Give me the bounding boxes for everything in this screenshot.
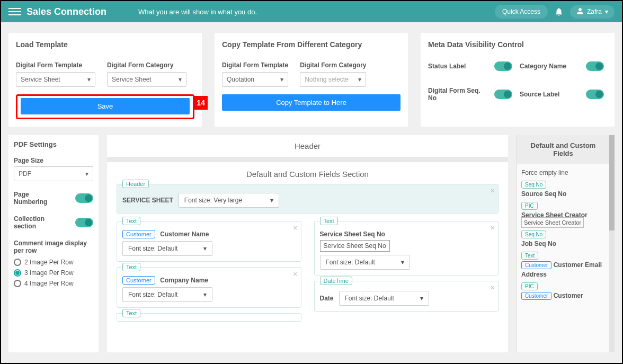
builder: Header Default and Custom Fields Section…	[107, 135, 508, 352]
copy-template-label: Digital Form Template	[222, 61, 288, 69]
quick-access-button[interactable]: Quick Access	[495, 5, 548, 19]
scrollbar-thumb[interactable]	[609, 135, 615, 230]
meta-label-3: Source Label	[520, 91, 582, 98]
field-label: Company Name	[160, 277, 208, 284]
user-name: Zafra	[587, 8, 602, 15]
save-highlight: Save 14	[16, 94, 194, 119]
load-category-select[interactable]: Service Sheet▾	[107, 72, 186, 87]
copy-button[interactable]: Copy Template to Here	[222, 94, 400, 111]
close-icon[interactable]: ×	[491, 283, 495, 292]
user-menu[interactable]: Zafra ▾	[570, 5, 615, 19]
builder-section-title: Default and Custom Fields Section	[117, 170, 499, 179]
pill-header: Header	[122, 180, 149, 188]
meta-label-0: Status Label	[428, 63, 490, 70]
caret-icon: ▾	[358, 76, 361, 83]
close-icon[interactable]: ×	[293, 224, 297, 232]
pill-text: Text	[122, 309, 140, 317]
copy-template-title: Copy Template From Different Category	[222, 40, 400, 49]
pill-text: Text	[320, 217, 338, 225]
field-block-seq-no[interactable]: Text × Service Sheet Seq No Service Shee…	[314, 221, 499, 276]
collection-label: Collection section	[14, 215, 61, 230]
toggle-collection[interactable]	[75, 218, 93, 227]
toggle-status-label[interactable]	[494, 61, 512, 71]
bell-icon[interactable]	[554, 7, 564, 16]
pill-datetime: DateTime	[320, 277, 352, 285]
toggle-seq-no[interactable]	[494, 90, 512, 99]
caret-icon: ▾	[420, 295, 423, 302]
field-label: Customer Name	[160, 230, 209, 238]
load-template-label: Digital Form Template	[16, 61, 95, 69]
meta-label-2: Digital Form Seq. No	[428, 87, 490, 102]
load-category-label: Digital Form Category	[107, 61, 186, 69]
font-select[interactable]: Font size: Default▾	[320, 255, 410, 270]
load-template-select[interactable]: Service Sheet▾	[16, 72, 95, 87]
field-block-date[interactable]: DateTime × Date Font size: Default▾	[314, 281, 499, 312]
step-tag: 14	[194, 96, 208, 110]
close-icon[interactable]: ×	[293, 270, 297, 278]
palette-item[interactable]: Text Customer Customer Email Address	[521, 250, 605, 280]
radio-3-per-row[interactable]: 3 Image Per Row	[14, 269, 93, 277]
pdf-settings-card: PDF Settings Page Size PDF▾ Page Numberi…	[8, 135, 99, 352]
caret-icon: ▾	[179, 76, 182, 83]
subpill-customer: Customer	[122, 276, 155, 285]
field-label: Date	[320, 295, 334, 302]
field-block-customer-name[interactable]: Text × Customer Customer Name Font size:…	[117, 221, 301, 262]
page-size-label: Page Size	[14, 157, 93, 164]
header-font-select[interactable]: Font size: Very large▾	[179, 193, 279, 208]
pdf-settings-title: PDF Settings	[14, 140, 93, 148]
header-block[interactable]: Header × SERVICE SHEET Font size: Very l…	[117, 184, 499, 214]
meta-title: Meta Data Visibility Control	[428, 40, 607, 49]
palette-item[interactable]: Force empty line	[521, 167, 605, 179]
palette-item[interactable]: PIC Customer Customer	[521, 280, 605, 304]
toggle-source-label[interactable]	[586, 90, 604, 99]
radio-2-per-row[interactable]: 2 Image Per Row	[14, 259, 93, 266]
palette-title: Default and Custom Fields	[517, 135, 609, 164]
tagline: What you are will show in what you do.	[138, 8, 257, 16]
field-label: Service Sheet Seq No	[320, 230, 385, 238]
brand: Sales Connection	[26, 6, 106, 17]
caret-icon: ▾	[270, 197, 273, 204]
fields-palette: Default and Custom Fields Force empty li…	[517, 135, 609, 352]
field-block-company-name[interactable]: Text × Customer Company Name Font size: …	[117, 267, 301, 308]
font-select[interactable]: Font size: Default▾	[122, 241, 212, 256]
header-block-label: SERVICE SHEET	[122, 197, 173, 204]
pill-text: Text	[122, 217, 140, 225]
font-select[interactable]: Font size: Default▾	[339, 291, 429, 306]
palette-item[interactable]: Seq No Source Seq No	[521, 179, 605, 200]
copy-category-select[interactable]: Nothing selecte▾	[300, 72, 366, 87]
comment-image-label: Comment image display per row	[14, 239, 93, 254]
caret-icon: ▾	[87, 76, 91, 83]
page-numbering-label: Page Numbering	[14, 191, 61, 206]
close-icon[interactable]: ×	[491, 187, 495, 195]
font-select[interactable]: Font size: Default▾	[122, 287, 212, 302]
pill-text: Text	[122, 263, 140, 271]
field-block-partial[interactable]: Text	[117, 313, 301, 322]
toggle-page-numbering[interactable]	[75, 193, 93, 203]
caret-icon: ▾	[203, 245, 207, 252]
copy-category-label: Digital Form Category	[300, 61, 366, 69]
palette-item[interactable]: PIC Service Sheet Creator Service Sheet …	[521, 200, 605, 228]
meta-label-1: Category Name	[520, 63, 582, 70]
caret-icon: ▾	[203, 291, 207, 298]
save-button[interactable]: Save	[21, 98, 190, 114]
caret-icon: ▾	[401, 259, 404, 266]
page-size-select[interactable]: PDF▾	[14, 166, 93, 181]
subpill-customer: Customer	[122, 230, 155, 238]
toggle-category-name[interactable]	[586, 61, 604, 71]
builder-header: Header	[107, 135, 508, 157]
chevron-down-icon: ▾	[605, 8, 608, 15]
close-icon[interactable]: ×	[491, 224, 495, 232]
load-template-title: Load Template	[16, 40, 194, 49]
radio-4-per-row[interactable]: 4 Image Per Row	[14, 280, 93, 287]
field-input-box[interactable]: Service Sheet Seq No	[320, 240, 390, 252]
palette-item[interactable]: Seq No Job Seq No	[521, 228, 605, 250]
caret-icon: ▾	[280, 76, 283, 83]
user-icon	[576, 7, 584, 16]
copy-template-select[interactable]: Quotation▾	[222, 72, 288, 87]
scrollbar[interactable]	[609, 135, 615, 352]
caret-icon: ▾	[85, 170, 88, 177]
menu-icon[interactable]	[8, 6, 21, 17]
